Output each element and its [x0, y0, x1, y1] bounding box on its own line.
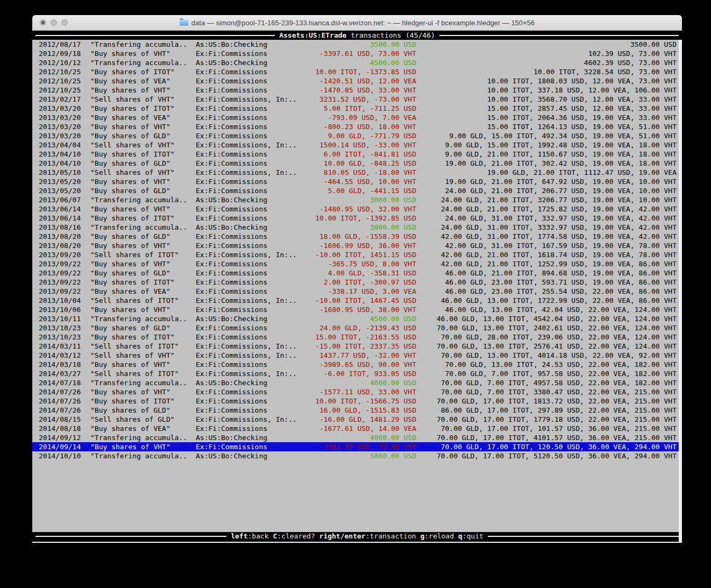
- transaction-accounts: Ex:Fi:Commissions: [196, 278, 301, 287]
- transaction-row[interactable]: 2013/06/14 "Buy shares of ITOT" Ex:Fi:Co…: [32, 214, 682, 223]
- terminal-content: Assets:US:ETrade transactions (45/46) 20…: [32, 31, 682, 544]
- transaction-description: "Buy shares of ITOT": [90, 278, 196, 287]
- transaction-row[interactable]: 2012/09/18 "Buy shares of VHT" Ex:Fi:Com…: [32, 49, 682, 58]
- transaction-running-balance: 15.00 ITOT, 2064.36 USD, 19.00 VEA, 33.0…: [416, 113, 677, 122]
- transaction-date: 2013/06/14: [39, 204, 90, 214]
- transaction-row[interactable]: 2013/09/22 "Buy shares of VHT" Ex:Fi:Com…: [32, 259, 682, 268]
- transaction-description: "Buy shares of VEA": [90, 113, 196, 122]
- transaction-row[interactable]: 2013/05/20 "Buy shares of VHT" Ex:Fi:Com…: [32, 177, 682, 186]
- transaction-date: 2013/08/20: [39, 232, 90, 241]
- transaction-running-balance: 70.00 GLD, 17.00 ITOT, 4101.57 USD, 36.0…: [416, 433, 677, 442]
- transaction-row[interactable]: 2014/09/14 "Buy shares of VHT" Ex:Fi:Com…: [32, 442, 682, 451]
- transaction-change-amount: 1500.14 USD, -33.00 VHT: [301, 140, 416, 150]
- transaction-row[interactable]: 2013/05/20 "Buy shares of GLD" Ex:Fi:Com…: [32, 186, 682, 195]
- transaction-row[interactable]: 2013/09/22 "Buy shares of GLD" Ex:Fi:Com…: [32, 268, 682, 278]
- transaction-row[interactable]: 2013/04/10 "Buy shares of ITOT" Ex:Fi:Co…: [32, 150, 682, 159]
- transaction-date: 2013/09/22: [39, 268, 90, 278]
- transaction-accounts: As:US:Bo:Checking: [196, 195, 301, 204]
- transaction-date: 2012/10/25: [39, 76, 90, 86]
- transaction-change-amount: 4500.00 USD: [301, 314, 416, 323]
- transaction-row[interactable]: 2013/06/07 "Transfering accumula.. As:US…: [32, 195, 682, 204]
- transaction-row[interactable]: 2013/06/14 "Buy shares of VHT" Ex:Fi:Com…: [32, 204, 682, 214]
- transactions-list: 2012/08/17 "Transfering accumula.. As:US…: [32, 40, 682, 461]
- transaction-accounts: Ex:Fi:Commissions: [196, 86, 301, 95]
- transaction-running-balance: 46.00 GLD, 13.00 ITOT, 1722.99 USD, 22.0…: [416, 296, 677, 305]
- transaction-row[interactable]: 2013/08/20 "Buy shares of GLD" Ex:Fi:Com…: [32, 232, 682, 241]
- transaction-row[interactable]: 2014/03/18 "Buy shares of VHT" Ex:Fi:Com…: [32, 360, 682, 369]
- transaction-running-balance: 70.00 GLD, 7.00 ITOT, 3380.47 USD, 22.00…: [416, 387, 677, 396]
- transaction-change-amount: -1470.85 USD, 33.00 VHT: [301, 86, 416, 95]
- transaction-row[interactable]: 2013/10/06 "Buy shares of VHT" Ex:Fi:Com…: [32, 305, 682, 314]
- transaction-row[interactable]: 2014/03/27 "Sell shares of ITOT" Ex:Fi:C…: [32, 369, 682, 378]
- transaction-description: "Transfering accumula..: [90, 40, 196, 49]
- transaction-running-balance: 46.00 GLD, 23.00 ITOT, 255.54 USD, 22.00…: [416, 287, 677, 296]
- transaction-running-balance: 24.00 GLD, 21.00 ITOT, 1725.82 USD, 19.0…: [416, 204, 677, 214]
- transaction-description: "Buy shares of ITOT": [90, 104, 196, 113]
- transaction-description: "Transfering accumula..: [90, 223, 196, 232]
- transaction-row[interactable]: 2013/04/10 "Buy shares of GLD" Ex:Fi:Com…: [32, 159, 682, 168]
- transaction-running-balance: 24.00 GLD, 21.00 ITOT, 206.77 USD, 19.00…: [416, 186, 677, 195]
- transaction-row[interactable]: 2012/10/25 "Buy shares of VHT" Ex:Fi:Com…: [32, 86, 682, 95]
- transaction-row[interactable]: 2012/10/12 "Transfering accumula.. As:US…: [32, 58, 682, 67]
- transaction-date: 2014/03/12: [39, 351, 90, 360]
- transaction-description: "Buy shares of GLD": [90, 131, 196, 140]
- transaction-row[interactable]: 2014/08/15 "Sell shares of GLD" Ex:Fi:Co…: [32, 415, 682, 424]
- transaction-description: "Buy shares of VHT": [90, 122, 196, 131]
- transaction-row[interactable]: 2014/08/18 "Buy shares of VEA" Ex:Fi:Com…: [32, 424, 682, 433]
- transaction-date: 2014/08/18: [39, 424, 90, 433]
- transaction-row[interactable]: 2012/08/17 "Transfering accumula.. As:US…: [32, 40, 682, 49]
- transaction-row[interactable]: 2013/03/20 "Buy shares of VEA" Ex:Fi:Com…: [32, 113, 682, 122]
- empty-area: [32, 461, 682, 532]
- transaction-row[interactable]: 2014/10/10 "Transfering accumula.. As:US…: [32, 451, 682, 461]
- transaction-accounts: Ex:Fi:Commissions: [196, 113, 301, 122]
- transaction-accounts: Ex:Fi:Commissions: [196, 122, 301, 131]
- minimize-button[interactable]: [51, 19, 57, 26]
- transaction-running-balance: 10.00 ITOT, 1808.03 USD, 12.00 VEA, 73.0…: [416, 76, 677, 86]
- transaction-row[interactable]: 2014/03/12 "Sell shares of VHT" Ex:Fi:Co…: [32, 351, 682, 360]
- transaction-row[interactable]: 2014/07/26 "Buy shares of ITOT" Ex:Fi:Co…: [32, 396, 682, 406]
- transaction-row[interactable]: 2012/10/25 "Buy shares of VEA" Ex:Fi:Com…: [32, 76, 682, 86]
- transaction-description: "Buy shares of ITOT": [90, 67, 196, 76]
- transaction-date: 2013/09/22: [39, 287, 90, 296]
- transaction-row[interactable]: 2014/03/11 "Sell shares of ITOT" Ex:Fi:C…: [32, 342, 682, 351]
- account-name: Assets:US:ETrade: [279, 31, 346, 39]
- transaction-change-amount: 10.00 ITOT, -1373.85 USD: [301, 67, 416, 76]
- transaction-row[interactable]: 2013/10/23 "Buy shares of ITOT" Ex:Fi:Co…: [32, 332, 682, 342]
- transaction-row[interactable]: 2013/10/11 "Transfering accumula.. As:US…: [32, 314, 682, 323]
- transaction-row[interactable]: 2013/09/20 "Sell shares of ITOT" Ex:Fi:C…: [32, 250, 682, 259]
- transaction-row[interactable]: 2013/08/16 "Transfering accumula.. As:US…: [32, 223, 682, 232]
- transaction-row[interactable]: 2013/05/10 "Sell shares of VHT" Ex:Fi:Co…: [32, 168, 682, 177]
- transaction-running-balance: 70.00 GLD, 28.00 ITOT, 239.06 USD, 22.00…: [416, 332, 677, 342]
- transaction-row[interactable]: 2013/03/20 "Buy shares of VHT" Ex:Fi:Com…: [32, 122, 682, 131]
- window-titlebar[interactable]: data — simon@pool-71-165-239-133.lsanca.…: [32, 15, 682, 31]
- transaction-change-amount: -1680.95 USD, 38.00 VHT: [301, 305, 416, 314]
- transaction-row[interactable]: 2014/07/26 "Buy shares of GLD" Ex:Fi:Com…: [32, 406, 682, 415]
- transaction-row[interactable]: 2013/04/04 "Sell shares of VHT" Ex:Fi:Co…: [32, 140, 682, 150]
- transaction-row[interactable]: 2013/08/20 "Buy shares of VHT" Ex:Fi:Com…: [32, 241, 682, 250]
- transaction-row[interactable]: 2013/03/20 "Buy shares of ITOT" Ex:Fi:Co…: [32, 104, 682, 113]
- transaction-change-amount: 10.00 ITOT, -1566.75 USD: [301, 396, 416, 406]
- transaction-date: 2014/09/12: [39, 433, 90, 442]
- key-hint-action: :transaction: [366, 532, 421, 540]
- transaction-row[interactable]: 2014/09/12 "Transfering accumula.. As:US…: [32, 433, 682, 442]
- footer-rule-left: [35, 536, 226, 537]
- transaction-accounts: Ex:Fi:Commissions: [196, 76, 301, 86]
- transaction-date: 2014/08/15: [39, 415, 90, 424]
- transaction-accounts: As:US:Bo:Checking: [196, 223, 301, 232]
- scrollbar[interactable]: [679, 40, 682, 542]
- transaction-row[interactable]: 2013/10/23 "Buy shares of GLD" Ex:Fi:Com…: [32, 323, 682, 332]
- transaction-change-amount: 15.00 ITOT, -2163.55 USD: [301, 332, 416, 342]
- transaction-change-amount: -3989.65 USD, 90.00 VHT: [301, 360, 416, 369]
- transaction-row[interactable]: 2012/10/25 "Buy shares of ITOT" Ex:Fi:Co…: [32, 67, 682, 76]
- close-button[interactable]: [40, 19, 46, 26]
- transaction-row[interactable]: 2013/09/22 "Buy shares of VEA" Ex:Fi:Com…: [32, 287, 682, 296]
- transaction-running-balance: 4602.39 USD, 73.00 VHT: [416, 58, 677, 67]
- transaction-row[interactable]: 2014/07/26 "Buy shares of VHT" Ex:Fi:Com…: [32, 387, 682, 396]
- transaction-row[interactable]: 2013/02/17 "Sell shares of VHT" Ex:Fi:Co…: [32, 95, 682, 104]
- transaction-row[interactable]: 2014/07/18 "Transfering accumula.. As:US…: [32, 378, 682, 387]
- transaction-row[interactable]: 2013/09/22 "Buy shares of ITOT" Ex:Fi:Co…: [32, 278, 682, 287]
- transaction-row[interactable]: 2013/03/20 "Buy shares of GLD" Ex:Fi:Com…: [32, 131, 682, 140]
- key-hint-action: :cleared?: [277, 532, 319, 540]
- transaction-row[interactable]: 2013/10/04 "Sell shares of ITOT" Ex:Fi:C…: [32, 296, 682, 305]
- zoom-button[interactable]: [61, 19, 68, 26]
